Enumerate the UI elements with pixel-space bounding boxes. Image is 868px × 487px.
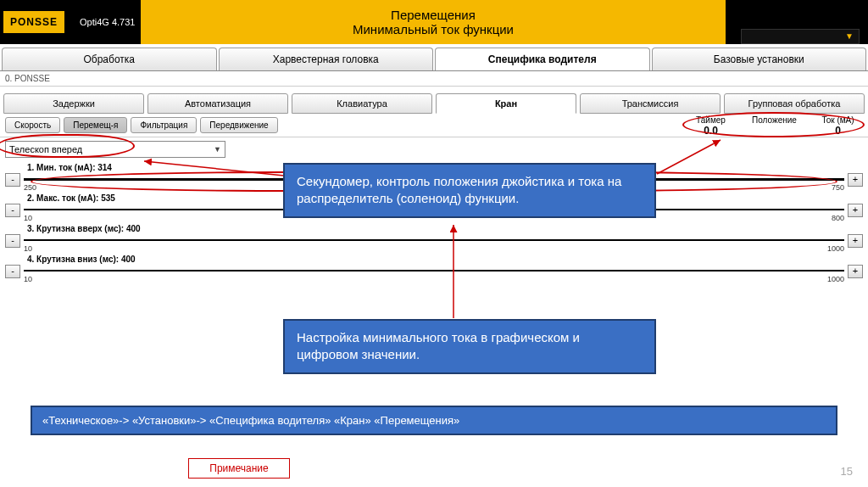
- topbar: PONSSE Opti4G 4.731 Перемещения Минималь…: [0, 0, 868, 44]
- readouts: Таймер 0.0 Положение Ток (мА) 0: [687, 115, 861, 137]
- tab-base-settings[interactable]: Базовые установки: [652, 48, 867, 70]
- slider-track[interactable]: 10 1000: [24, 234, 844, 248]
- title-banner: Перемещения Минимальный ток функции: [141, 0, 726, 44]
- callout-min-current: Настройка минимального тока в графическо…: [283, 319, 656, 374]
- version-label: Opti4G 4.731: [80, 17, 135, 27]
- sub-tabs: Задержки Автоматизация Клавиатура Кран Т…: [0, 93, 868, 114]
- main-tabs: Обработка Харвестерная головка Специфика…: [0, 48, 868, 71]
- subtab-crane[interactable]: Кран: [436, 93, 576, 114]
- subtab-delays[interactable]: Задержки: [3, 93, 144, 114]
- chevron-down-icon: ▼: [214, 145, 221, 154]
- breadcrumb: 0. PONSSE: [0, 71, 868, 87]
- minus-button[interactable]: -: [5, 204, 20, 217]
- readout-position: Положение: [751, 115, 798, 137]
- readout-timer: Таймер 0.0: [687, 115, 734, 137]
- logo: PONSSE: [3, 11, 64, 33]
- tab-harvester-head[interactable]: Харвестерная головка: [219, 48, 434, 70]
- dropdown-value: Телескоп вперед: [9, 144, 82, 154]
- note-label: Примечание: [188, 458, 290, 479]
- function-dropdown[interactable]: Телескоп вперед ▼: [5, 141, 225, 158]
- mode-toolbar: Скорость Перемещ-я Фильтрация Передвижен…: [0, 114, 868, 137]
- minus-button[interactable]: -: [5, 265, 20, 278]
- subtab-transmission[interactable]: Трансмиссия: [580, 93, 721, 114]
- system-tray[interactable]: ▼: [741, 29, 860, 44]
- subtab-group-processing[interactable]: Групповая обработка: [724, 93, 865, 114]
- slider-track[interactable]: 10 1000: [24, 265, 844, 278]
- subtab-automation[interactable]: Автоматизация: [147, 93, 288, 114]
- minus-button[interactable]: -: [5, 234, 20, 248]
- plus-button[interactable]: +: [848, 234, 863, 248]
- tab-driver-specific[interactable]: Специфика водителя: [435, 48, 650, 70]
- navigation-path: «Техническое»-> «Установки»-> «Специфика…: [31, 406, 837, 435]
- subtab-keyboard[interactable]: Клавиатура: [292, 93, 432, 114]
- function-select-row: Телескоп вперед ▼: [0, 137, 868, 161]
- plus-button[interactable]: +: [848, 204, 863, 217]
- tab-processing[interactable]: Обработка: [2, 48, 217, 70]
- plus-button[interactable]: +: [848, 173, 863, 187]
- title-line2: Минимальный ток функции: [141, 22, 726, 36]
- param-slope-down: 4. Крутизна вниз (мс): 400 - 10 1000 +: [5, 255, 863, 278]
- mode-movements[interactable]: Перемещ-я: [64, 117, 127, 133]
- page-number: 15: [841, 465, 853, 478]
- mode-filtration[interactable]: Фильтрация: [131, 117, 197, 133]
- top-right: ▼: [741, 0, 860, 44]
- param-slope-up: 3. Крутизна вверх (мс): 400 - 10 1000 +: [5, 224, 863, 248]
- plus-button[interactable]: +: [848, 265, 863, 278]
- minus-button[interactable]: -: [5, 173, 20, 187]
- mode-speed[interactable]: Скорость: [5, 117, 60, 133]
- chevron-down-icon: ▼: [845, 31, 854, 41]
- mode-driving[interactable]: Передвижение: [200, 117, 277, 133]
- title-line1: Перемещения: [141, 8, 726, 22]
- callout-readouts: Секундомер, контроль положения джойстика…: [283, 163, 656, 218]
- readout-current: Ток (мА) 0: [815, 115, 861, 137]
